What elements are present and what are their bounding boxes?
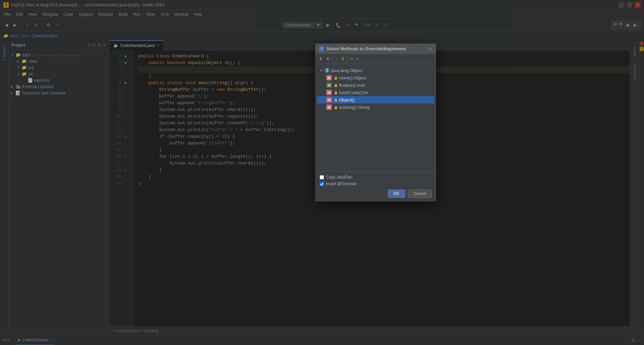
insert-override-checkbox[interactable] bbox=[320, 182, 324, 186]
copy-javadoc-checkbox[interactable] bbox=[320, 175, 324, 180]
modal-icon: I bbox=[319, 46, 324, 52]
java-lang-object-class-icon: J bbox=[324, 68, 330, 73]
tostring-method-icon: m bbox=[326, 105, 332, 110]
modal-item-finalize-lock-icon: 🔒 bbox=[334, 83, 338, 87]
object-method-icon: m bbox=[326, 97, 332, 102]
copy-javadoc-label[interactable]: Copy JavaDoc bbox=[326, 175, 352, 180]
cancel-button[interactable]: Cancel bbox=[408, 190, 432, 198]
modal-item-clone-label: clone():Object bbox=[339, 75, 366, 80]
modal-item-hashcode-lock-icon: 🔒 bbox=[334, 91, 338, 94]
insert-override-row: Insert @Override bbox=[320, 182, 432, 186]
clone-method-icon: m bbox=[326, 75, 332, 80]
modal-tb-collapse-button[interactable]: ⬆ bbox=[325, 56, 331, 62]
modal-item-tostring[interactable]: m 🔒 toString():String bbox=[317, 104, 434, 111]
modal-parent-java-lang-object[interactable]: ▼ J java.lang.Object bbox=[317, 67, 434, 74]
modal-item-finalize[interactable]: m 🔒 finalize():void bbox=[317, 81, 434, 89]
modal-item-hashcode-label: hashCode():int bbox=[339, 90, 368, 95]
modal-item-object-label: Object() bbox=[339, 97, 355, 102]
modal-tb-sort-button[interactable]: ↕ bbox=[334, 56, 339, 62]
modal-tb-filter-button[interactable]: ⬆ bbox=[340, 56, 346, 62]
modal-item-object[interactable]: m 🔒 Object() bbox=[317, 96, 434, 104]
modal-item-tostring-lock-icon: 🔒 bbox=[334, 106, 338, 109]
modal-item-finalize-label: finalize():void bbox=[339, 83, 365, 88]
modal-overlay: I Select Methods to Override/Implement ✕… bbox=[0, 0, 644, 345]
modal-tb-expand-button[interactable]: ⬇ bbox=[318, 56, 324, 62]
copy-javadoc-row: Copy JavaDoc bbox=[320, 175, 432, 180]
override-implement-dialog: I Select Methods to Override/Implement ✕… bbox=[315, 44, 436, 201]
modal-toolbar: ⬇ ⬆ ↕ ⬆ ≡ ≡ bbox=[316, 54, 436, 64]
modal-footer: Copy JavaDoc Insert @Override OK Cancel bbox=[316, 171, 436, 201]
hashcode-method-icon: m bbox=[326, 90, 332, 95]
modal-close-button[interactable]: ✕ bbox=[428, 46, 432, 52]
modal-parent-arrow: ▼ bbox=[320, 69, 324, 72]
modal-tb-settings-button[interactable]: ≡ bbox=[355, 56, 360, 62]
finalize-method-icon: m bbox=[326, 82, 332, 88]
modal-item-hashcode[interactable]: m 🔒 hashCode():int bbox=[317, 89, 434, 96]
modal-tb-layout-button[interactable]: ≡ bbox=[349, 56, 355, 62]
ok-button[interactable]: OK bbox=[388, 190, 405, 198]
insert-override-label[interactable]: Insert @Override bbox=[326, 182, 357, 186]
modal-header: I Select Methods to Override/Implement ✕ bbox=[316, 44, 436, 54]
modal-parent-label: java.lang.Object bbox=[331, 68, 362, 73]
modal-tree: ▼ J java.lang.Object m 🔒 clone():Object … bbox=[316, 64, 436, 171]
modal-item-tostring-label: toString():String bbox=[339, 105, 370, 110]
modal-item-object-lock-icon: 🔒 bbox=[334, 98, 338, 102]
modal-title-text: Select Methods to Override/Implement bbox=[326, 46, 406, 51]
modal-item-clone-lock-icon: 🔒 bbox=[334, 76, 338, 80]
modal-title: I Select Methods to Override/Implement bbox=[319, 46, 406, 52]
modal-item-clone[interactable]: m 🔒 clone():Object bbox=[317, 74, 434, 81]
modal-buttons: OK Cancel bbox=[320, 188, 432, 198]
